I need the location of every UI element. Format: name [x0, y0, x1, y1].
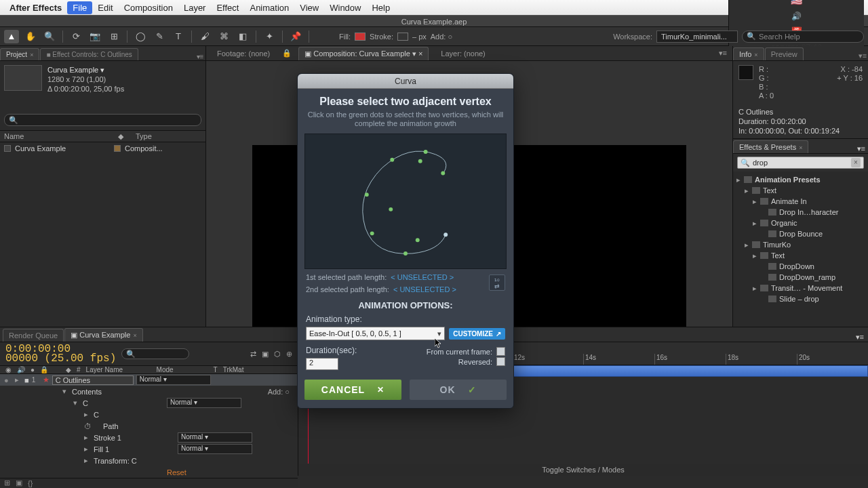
- search-help-input[interactable]: 🔍 Search Help: [742, 30, 864, 43]
- panel-menu-icon[interactable]: ▾≡: [857, 52, 868, 60]
- tree-node[interactable]: ▸Text: [734, 250, 867, 261]
- tree-node[interactable]: ▸Organic: [734, 218, 867, 228]
- tree-node[interactable]: DropDown: [734, 261, 867, 272]
- project-item[interactable]: Curva Example Composit...: [0, 142, 205, 155]
- svg-point-6: [370, 231, 374, 235]
- timeline-search-input[interactable]: 🔍: [121, 348, 189, 359]
- add-label[interactable]: Add: ○: [431, 33, 452, 41]
- menu-view[interactable]: View: [294, 1, 324, 14]
- tab-composition[interactable]: ▣ Composition: Curva Example ▾ ×: [298, 47, 429, 60]
- cancel-button[interactable]: CANCEL✕: [304, 380, 401, 400]
- search-icon: 🔍: [741, 159, 750, 167]
- fill-color-swatch[interactable]: [355, 33, 366, 41]
- pen-tool-icon[interactable]: ✎: [152, 30, 167, 43]
- tree-node[interactable]: ▸Transit… - Movement: [734, 283, 867, 293]
- tab-timeline-comp[interactable]: ▣ Curva Example×: [64, 328, 143, 342]
- hand-tool-icon[interactable]: ✋: [23, 30, 38, 43]
- shape-tool-icon[interactable]: ◯: [133, 30, 148, 43]
- puppet-tool-icon[interactable]: 📌: [288, 30, 303, 43]
- tree-node[interactable]: ▸Animate In: [734, 196, 867, 207]
- tree-node[interactable]: ▸Text: [734, 185, 867, 196]
- layer-row[interactable]: Reset: [0, 466, 298, 478]
- svg-point-3: [390, 158, 394, 162]
- panel-menu-icon[interactable]: ▾≡: [857, 144, 868, 153]
- menu-help[interactable]: Help: [366, 1, 395, 14]
- snap-toggle-icon[interactable]: ₁₀⇄: [489, 274, 505, 291]
- tab-effects-presets[interactable]: Effects & Presets×: [733, 140, 808, 153]
- tl-tool-icon[interactable]: ⬡: [274, 350, 281, 359]
- selection-tool-icon[interactable]: ▲: [4, 30, 19, 43]
- panel-menu-icon[interactable]: ▾≡: [719, 49, 727, 58]
- flag-icon[interactable]: 🇺🇸: [791, 0, 802, 6]
- menu-animation[interactable]: Animation: [244, 1, 294, 14]
- tab-layer[interactable]: Layer: (none): [435, 47, 490, 60]
- layer-row[interactable]: ●▸■1★C OutlinesNormal ▾: [0, 374, 298, 386]
- stroke-label: Stroke:: [370, 33, 393, 41]
- menu-composition[interactable]: Composition: [119, 1, 178, 14]
- layer-row[interactable]: ▸Fill 1Normal ▾: [0, 443, 298, 455]
- rotation-tool-icon[interactable]: ⟳: [68, 30, 83, 43]
- eraser-tool-icon[interactable]: ◧: [235, 30, 250, 43]
- layer-row[interactable]: ▸C: [0, 409, 298, 420]
- layer-row[interactable]: ▸Stroke 1Normal ▾: [0, 432, 298, 443]
- dialog-heading: Please select two adjacent vertex: [303, 96, 508, 108]
- animation-type-select[interactable]: Ease-In-Out [ 0.5, 0, 0.5, 1 ]▾: [306, 327, 445, 340]
- camera-tool-icon[interactable]: 📷: [87, 30, 102, 43]
- tab-preview[interactable]: Preview: [765, 47, 804, 60]
- tl-tool-icon[interactable]: ⇄: [250, 350, 256, 359]
- svg-point-0: [424, 150, 428, 154]
- tl-footer-icon[interactable]: ⊞: [4, 479, 10, 487]
- panel-menu-icon[interactable]: ▾≡: [195, 53, 205, 60]
- layer-rows[interactable]: ●▸■1★C OutlinesNormal ▾▾ContentsAdd: ○▾C…: [0, 374, 298, 478]
- tl-tool-icon[interactable]: ⊕: [286, 350, 292, 359]
- brush-tool-icon[interactable]: 🖌: [197, 30, 212, 43]
- ok-button[interactable]: OK✓: [410, 380, 507, 400]
- panel-menu-icon[interactable]: ▾≡: [856, 333, 864, 342]
- effects-search-input[interactable]: 🔍 drop ×: [737, 157, 864, 169]
- project-search-input[interactable]: 🔍: [4, 114, 201, 126]
- tl-footer-icon[interactable]: {}: [28, 479, 33, 487]
- tree-node[interactable]: Slide – drop: [734, 293, 867, 304]
- tree-node[interactable]: DropDown_ramp: [734, 272, 867, 283]
- volume-icon[interactable]: 🔊: [791, 12, 802, 21]
- menu-effect[interactable]: Effect: [211, 1, 244, 14]
- clear-search-icon[interactable]: ×: [851, 158, 861, 167]
- tab-project[interactable]: Project×: [0, 48, 39, 60]
- toggle-switches-modes[interactable]: Toggle Switches / Modes: [298, 464, 868, 476]
- tree-node[interactable]: ▸TimurKo: [734, 239, 867, 250]
- tab-info[interactable]: Info×: [733, 47, 764, 60]
- dialog-titlebar[interactable]: Curva: [298, 74, 513, 89]
- tl-footer-icon[interactable]: ▣: [16, 479, 22, 487]
- roto-tool-icon[interactable]: ✦: [262, 30, 277, 43]
- menu-window[interactable]: Window: [324, 1, 366, 14]
- menu-layer[interactable]: Layer: [178, 1, 212, 14]
- tl-tool-icon[interactable]: ▣: [262, 350, 269, 359]
- zoom-tool-icon[interactable]: 🔍: [42, 30, 57, 43]
- stroke-width[interactable]: – px: [412, 33, 427, 41]
- vertex-canvas[interactable]: [304, 134, 507, 269]
- comp-thumbnail[interactable]: [4, 65, 42, 91]
- tree-node[interactable]: Drop In…haracter: [734, 207, 867, 218]
- layer-row[interactable]: ▸Transform: C: [0, 455, 298, 466]
- clone-tool-icon[interactable]: ⌘: [216, 30, 231, 43]
- stroke-color-swatch[interactable]: [397, 33, 408, 41]
- menu-file[interactable]: File: [67, 1, 92, 14]
- lock-icon[interactable]: 🔒: [282, 49, 292, 58]
- type-tool-icon[interactable]: T: [171, 30, 186, 43]
- reversed-checkbox[interactable]: [496, 357, 505, 366]
- layer-row[interactable]: ▾ContentsAdd: ○: [0, 386, 298, 397]
- layer-row[interactable]: ▾CNormal ▾: [0, 397, 298, 409]
- menu-edit[interactable]: Edit: [92, 1, 118, 14]
- tab-footage[interactable]: Footage: (none): [212, 47, 275, 60]
- tab-effect-controls[interactable]: ■ Effect Controls: C Outlines: [40, 48, 138, 60]
- layer-row[interactable]: ⏱Path: [0, 420, 298, 432]
- tree-node[interactable]: ▸Animation Presets: [734, 174, 867, 185]
- tab-render-queue[interactable]: Render Queue: [3, 329, 64, 342]
- workspace-select[interactable]: TimurKo_minimali...: [656, 30, 738, 43]
- mac-menubar: After Effects File Edit Composition Laye…: [0, 0, 868, 15]
- tree-node[interactable]: Drop Bounce: [734, 228, 867, 239]
- customize-button[interactable]: CUSTOMIZE↗: [449, 328, 505, 340]
- from-current-frame-checkbox[interactable]: [496, 347, 505, 356]
- duration-input[interactable]: 2: [306, 358, 338, 370]
- pan-behind-tool-icon[interactable]: ⊞: [106, 30, 121, 43]
